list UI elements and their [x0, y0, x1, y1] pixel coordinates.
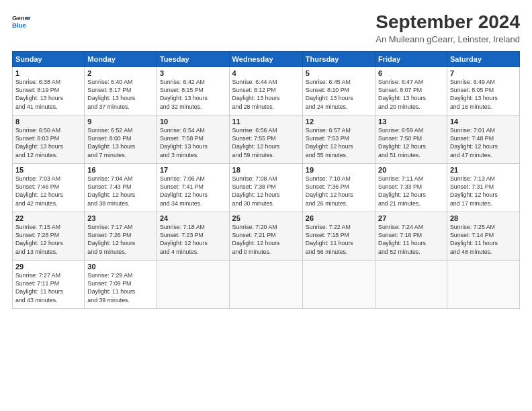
day-number: 20: [378, 166, 444, 174]
table-row: 30Sunrise: 7:29 AMSunset: 7:09 PMDayligh…: [85, 260, 157, 308]
table-row: 9Sunrise: 6:52 AMSunset: 8:00 PMDaylight…: [85, 115, 157, 163]
logo-icon: General Blue: [12, 12, 31, 31]
day-number: 5: [306, 69, 372, 77]
table-row: 16Sunrise: 7:04 AMSunset: 7:43 PMDayligh…: [85, 163, 157, 212]
day-number: 25: [232, 214, 300, 222]
day-info: Sunrise: 7:27 AMSunset: 7:11 PMDaylight:…: [15, 271, 81, 304]
day-info: Sunrise: 7:13 AMSunset: 7:31 PMDaylight:…: [450, 175, 517, 208]
calendar-week-row: 29Sunrise: 7:27 AMSunset: 7:11 PMDayligh…: [13, 260, 520, 308]
header: General Blue September 2024 An Muileann …: [12, 12, 520, 44]
table-row: 4Sunrise: 6:44 AMSunset: 8:12 PMDaylight…: [229, 66, 302, 115]
table-row: 10Sunrise: 6:54 AMSunset: 7:58 PMDayligh…: [157, 115, 229, 163]
day-info: Sunrise: 6:59 AMSunset: 7:50 PMDaylight:…: [378, 126, 444, 159]
day-info: Sunrise: 7:15 AMSunset: 7:28 PMDaylight:…: [15, 223, 81, 256]
table-row: 7Sunrise: 6:49 AMSunset: 8:05 PMDaylight…: [447, 66, 519, 115]
table-row: 18Sunrise: 7:08 AMSunset: 7:38 PMDayligh…: [229, 163, 302, 212]
table-row: [302, 260, 375, 308]
day-info: Sunrise: 6:47 AMSunset: 8:07 PMDaylight:…: [378, 78, 444, 111]
day-info: Sunrise: 7:24 AMSunset: 7:16 PMDaylight:…: [378, 223, 444, 256]
table-row: 5Sunrise: 6:45 AMSunset: 8:10 PMDaylight…: [302, 66, 375, 115]
day-number: 16: [87, 166, 154, 174]
table-row: [375, 260, 447, 308]
table-row: 14Sunrise: 7:01 AMSunset: 7:48 PMDayligh…: [447, 115, 519, 163]
day-number: 24: [160, 214, 226, 222]
table-row: [157, 260, 229, 308]
day-number: 29: [15, 263, 81, 271]
table-row: 6Sunrise: 6:47 AMSunset: 8:07 PMDaylight…: [375, 66, 447, 115]
subtitle: An Muileann gCearr, Leinster, Ireland: [375, 34, 520, 44]
day-number: 10: [160, 118, 226, 126]
calendar-table: Sunday Monday Tuesday Wednesday Thursday…: [12, 51, 520, 309]
day-info: Sunrise: 7:18 AMSunset: 7:23 PMDaylight:…: [160, 223, 226, 256]
title-block: September 2024 An Muileann gCearr, Leins…: [375, 12, 520, 44]
day-info: Sunrise: 7:03 AMSunset: 7:46 PMDaylight:…: [15, 175, 81, 208]
header-saturday: Saturday: [447, 51, 519, 66]
day-info: Sunrise: 7:22 AMSunset: 7:18 PMDaylight:…: [306, 223, 372, 256]
day-number: 22: [15, 214, 81, 222]
day-info: Sunrise: 6:52 AMSunset: 8:00 PMDaylight:…: [87, 126, 154, 159]
table-row: 2Sunrise: 6:40 AMSunset: 8:17 PMDaylight…: [85, 66, 157, 115]
day-info: Sunrise: 6:57 AMSunset: 7:53 PMDaylight:…: [306, 126, 372, 159]
day-info: Sunrise: 6:54 AMSunset: 7:58 PMDaylight:…: [160, 126, 226, 159]
logo: General Blue: [12, 12, 31, 31]
header-tuesday: Tuesday: [157, 51, 229, 66]
day-number: 11: [232, 118, 300, 126]
day-info: Sunrise: 6:40 AMSunset: 8:17 PMDaylight:…: [87, 78, 154, 111]
day-number: 30: [87, 263, 154, 271]
calendar-week-row: 22Sunrise: 7:15 AMSunset: 7:28 PMDayligh…: [13, 212, 520, 260]
header-thursday: Thursday: [302, 51, 375, 66]
table-row: 29Sunrise: 7:27 AMSunset: 7:11 PMDayligh…: [13, 260, 85, 308]
day-number: 6: [378, 69, 444, 77]
table-row: 12Sunrise: 6:57 AMSunset: 7:53 PMDayligh…: [302, 115, 375, 163]
page: General Blue September 2024 An Muileann …: [0, 0, 532, 411]
day-number: 4: [232, 69, 300, 77]
day-number: 17: [160, 166, 226, 174]
main-title: September 2024: [375, 12, 520, 33]
day-info: Sunrise: 7:11 AMSunset: 7:33 PMDaylight:…: [378, 175, 444, 208]
day-info: Sunrise: 6:50 AMSunset: 8:03 PMDaylight:…: [15, 126, 81, 159]
day-number: 3: [160, 69, 226, 77]
day-number: 2: [87, 69, 154, 77]
table-row: 26Sunrise: 7:22 AMSunset: 7:18 PMDayligh…: [302, 212, 375, 260]
calendar-week-row: 8Sunrise: 6:50 AMSunset: 8:03 PMDaylight…: [13, 115, 520, 163]
calendar-week-row: 15Sunrise: 7:03 AMSunset: 7:46 PMDayligh…: [13, 163, 520, 212]
table-row: 27Sunrise: 7:24 AMSunset: 7:16 PMDayligh…: [375, 212, 447, 260]
day-number: 28: [450, 214, 517, 222]
table-row: 8Sunrise: 6:50 AMSunset: 8:03 PMDaylight…: [13, 115, 85, 163]
table-row: 13Sunrise: 6:59 AMSunset: 7:50 PMDayligh…: [375, 115, 447, 163]
day-info: Sunrise: 7:25 AMSunset: 7:14 PMDaylight:…: [450, 223, 517, 256]
svg-text:Blue: Blue: [12, 21, 26, 29]
table-row: 20Sunrise: 7:11 AMSunset: 7:33 PMDayligh…: [375, 163, 447, 212]
header-wednesday: Wednesday: [229, 51, 302, 66]
day-number: 12: [306, 118, 372, 126]
day-number: 7: [450, 69, 517, 77]
day-number: 26: [306, 214, 372, 222]
day-info: Sunrise: 7:06 AMSunset: 7:41 PMDaylight:…: [160, 175, 226, 208]
table-row: 19Sunrise: 7:10 AMSunset: 7:36 PMDayligh…: [302, 163, 375, 212]
day-info: Sunrise: 6:38 AMSunset: 8:19 PMDaylight:…: [15, 78, 81, 111]
day-number: 8: [15, 118, 81, 126]
table-row: [229, 260, 302, 308]
day-number: 13: [378, 118, 444, 126]
day-info: Sunrise: 6:49 AMSunset: 8:05 PMDaylight:…: [450, 78, 517, 111]
calendar-header-row: Sunday Monday Tuesday Wednesday Thursday…: [13, 51, 520, 66]
calendar-week-row: 1Sunrise: 6:38 AMSunset: 8:19 PMDaylight…: [13, 66, 520, 115]
table-row: 25Sunrise: 7:20 AMSunset: 7:21 PMDayligh…: [229, 212, 302, 260]
table-row: 1Sunrise: 6:38 AMSunset: 8:19 PMDaylight…: [13, 66, 85, 115]
header-monday: Monday: [85, 51, 157, 66]
table-row: 21Sunrise: 7:13 AMSunset: 7:31 PMDayligh…: [447, 163, 519, 212]
day-info: Sunrise: 7:08 AMSunset: 7:38 PMDaylight:…: [232, 175, 300, 208]
day-info: Sunrise: 7:10 AMSunset: 7:36 PMDaylight:…: [306, 175, 372, 208]
day-number: 21: [450, 166, 517, 174]
table-row: 11Sunrise: 6:56 AMSunset: 7:55 PMDayligh…: [229, 115, 302, 163]
day-number: 19: [306, 166, 372, 174]
day-number: 23: [87, 214, 154, 222]
table-row: 24Sunrise: 7:18 AMSunset: 7:23 PMDayligh…: [157, 212, 229, 260]
day-number: 15: [15, 166, 81, 174]
day-info: Sunrise: 6:56 AMSunset: 7:55 PMDaylight:…: [232, 126, 300, 159]
day-number: 1: [15, 69, 81, 77]
table-row: 17Sunrise: 7:06 AMSunset: 7:41 PMDayligh…: [157, 163, 229, 212]
day-number: 18: [232, 166, 300, 174]
table-row: [447, 260, 519, 308]
day-info: Sunrise: 7:04 AMSunset: 7:43 PMDaylight:…: [87, 175, 154, 208]
